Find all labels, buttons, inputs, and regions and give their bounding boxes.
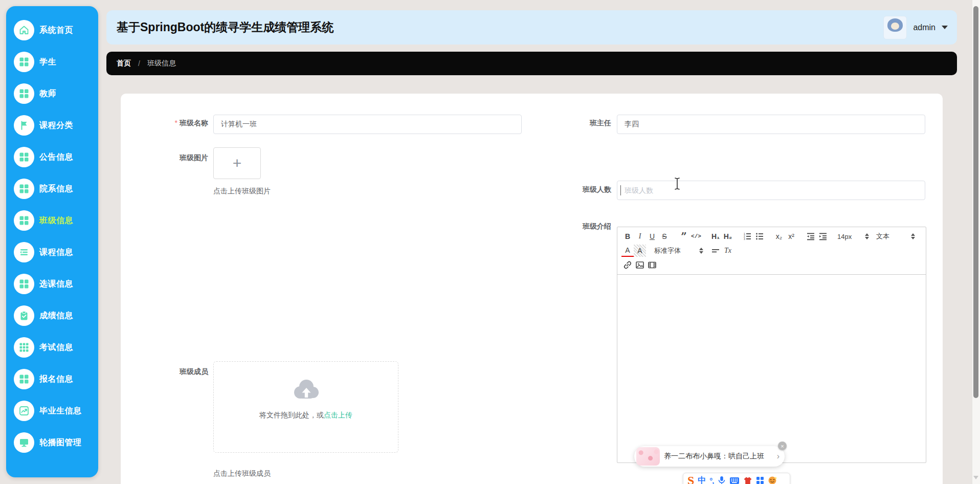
sidebar-item-label: 课程分类 <box>39 120 73 131</box>
ime-mode-chinese[interactable]: 中 <box>698 475 706 484</box>
sidebar: 系统首页 学生 教师 课程分类 公告信息 <box>6 6 98 477</box>
background-color-button[interactable]: A <box>634 245 646 257</box>
sidebar-item-label: 学生 <box>39 57 56 68</box>
class-image-upload-box[interactable]: + <box>213 147 261 179</box>
heading2-button[interactable]: H₂ <box>722 230 734 243</box>
sidebar-item-departments[interactable]: 院系信息 <box>6 173 98 205</box>
monitor-icon <box>14 432 34 453</box>
microphone-icon[interactable] <box>718 476 726 484</box>
toolbox-grid-icon[interactable] <box>756 476 764 484</box>
text-caret <box>620 185 621 195</box>
grid-icon <box>14 274 34 294</box>
sidebar-item-label: 报名信息 <box>39 374 73 385</box>
font-size-picker[interactable]: 14px <box>836 230 870 243</box>
scrollbar-down-arrow-icon[interactable] <box>973 476 978 479</box>
popup-close-button[interactable]: × <box>778 442 787 450</box>
class-image-label: 班级图片 <box>131 153 208 163</box>
sidebar-item-exams[interactable]: 考试信息 <box>6 332 98 363</box>
sidebar-item-graduates[interactable]: 毕业生信息 <box>6 395 98 427</box>
indent-button[interactable] <box>817 230 829 243</box>
sidebar-item-class-info[interactable]: 班级信息 <box>6 205 98 236</box>
dropzone-text: 将文件拖到此处，或点击上传 <box>214 411 398 420</box>
sidebar-item-label: 院系信息 <box>39 184 73 194</box>
popup-text: 养一二布布小鼻嘎：哄自己上班 <box>664 452 764 461</box>
ime-punctuation-icon[interactable]: °, <box>709 476 714 484</box>
list-icon <box>14 242 34 262</box>
flag-icon <box>14 115 34 136</box>
sidebar-item-grades[interactable]: 成绩信息 <box>6 300 98 332</box>
subscript-button[interactable]: x₂ <box>773 230 785 243</box>
breadcrumb: 首页 / 班级信息 <box>106 52 957 75</box>
breadcrumb-home-link[interactable]: 首页 <box>117 59 131 68</box>
breadcrumb-current: 班级信息 <box>147 59 176 68</box>
code-block-button[interactable]: </> <box>690 230 702 243</box>
class-size-input[interactable] <box>617 181 925 200</box>
svg-text:3: 3 <box>744 237 745 240</box>
superscript-button[interactable]: x² <box>785 230 797 243</box>
home-icon <box>14 20 34 40</box>
sogou-logo-icon[interactable]: S <box>687 474 694 484</box>
blockquote-button[interactable]: ” <box>678 230 690 243</box>
sidebar-item-system-home[interactable]: 系统首页 <box>6 14 98 46</box>
image-icon[interactable] <box>634 259 646 271</box>
picker-arrows-icon <box>911 233 915 239</box>
sidebar-item-label: 系统首页 <box>39 25 73 36</box>
editor-content-area[interactable] <box>617 275 926 463</box>
class-image-hint: 点击上传班级图片 <box>213 187 271 196</box>
underline-button[interactable]: U <box>646 230 658 243</box>
sidebar-item-announcements[interactable]: 公告信息 <box>6 141 98 173</box>
ime-suggestion-popup[interactable]: 养一二布布小鼻嘎：哄自己上班 › <box>634 446 785 467</box>
ordered-list-button[interactable]: 123 <box>741 230 753 243</box>
text-style-picker[interactable]: 文本 <box>875 230 916 243</box>
grid-icon <box>14 83 34 104</box>
class-members-dropzone[interactable]: 将文件拖到此处，或点击上传 <box>213 361 398 453</box>
heading1-button[interactable]: H₁ <box>709 230 722 243</box>
upload-link[interactable]: 点击上传 <box>324 411 352 419</box>
sidebar-item-label: 轮播图管理 <box>39 437 82 448</box>
user-name: admin <box>913 23 936 32</box>
head-teacher-input[interactable] <box>617 115 925 134</box>
sidebar-item-label: 班级信息 <box>39 215 73 226</box>
strikethrough-button[interactable]: S <box>658 230 671 243</box>
sidebar-item-carousel[interactable]: 轮播图管理 <box>6 427 98 458</box>
outdent-button[interactable] <box>805 230 817 243</box>
bold-button[interactable]: B <box>621 230 634 243</box>
keyboard-icon[interactable] <box>729 477 740 484</box>
grid-icon <box>14 147 34 167</box>
skin-shirt-icon[interactable] <box>743 476 752 484</box>
plus-icon: + <box>233 156 242 171</box>
class-size-label: 班级人数 <box>534 185 611 194</box>
emoji-face-icon[interactable] <box>768 476 777 484</box>
sidebar-item-teachers[interactable]: 教师 <box>6 78 98 109</box>
mouse-ibeam-cursor <box>673 177 681 192</box>
scrollbar-thumb[interactable] <box>973 6 978 398</box>
sidebar-item-course-category[interactable]: 课程分类 <box>6 109 98 141</box>
breadcrumb-separator: / <box>138 59 140 68</box>
clipboard-check-icon <box>14 305 34 326</box>
sidebar-item-registrations[interactable]: 报名信息 <box>6 363 98 395</box>
sidebar-item-students[interactable]: 学生 <box>6 46 98 78</box>
sidebar-item-course-selection[interactable]: 选课信息 <box>6 268 98 300</box>
sidebar-item-course-info[interactable]: 课程信息 <box>6 236 98 268</box>
class-name-input[interactable] <box>213 115 522 134</box>
sidebar-item-label: 考试信息 <box>39 342 73 353</box>
link-icon[interactable] <box>621 259 634 271</box>
chart-icon <box>14 401 34 421</box>
class-name-label: *班级名称 <box>131 119 208 128</box>
text-color-button[interactable]: A <box>621 245 634 257</box>
chevron-right-icon[interactable]: › <box>777 452 779 461</box>
italic-button[interactable]: I <box>634 230 646 243</box>
video-icon[interactable] <box>646 259 658 271</box>
page: 系统首页 学生 教师 课程分类 公告信息 <box>0 0 980 484</box>
grid-icon <box>14 179 34 199</box>
align-button[interactable] <box>709 245 722 257</box>
user-menu[interactable]: admin <box>883 16 948 39</box>
grid-icon <box>14 210 34 231</box>
sidebar-item-label: 教师 <box>39 89 56 99</box>
sidebar-item-label: 课程信息 <box>39 247 73 258</box>
grid3-icon <box>14 337 34 358</box>
clear-format-button[interactable]: Tx <box>722 245 734 257</box>
font-family-picker[interactable]: 标准字体 <box>653 245 704 257</box>
bullet-list-button[interactable] <box>753 230 766 243</box>
class-intro-label: 班级介绍 <box>534 222 611 231</box>
